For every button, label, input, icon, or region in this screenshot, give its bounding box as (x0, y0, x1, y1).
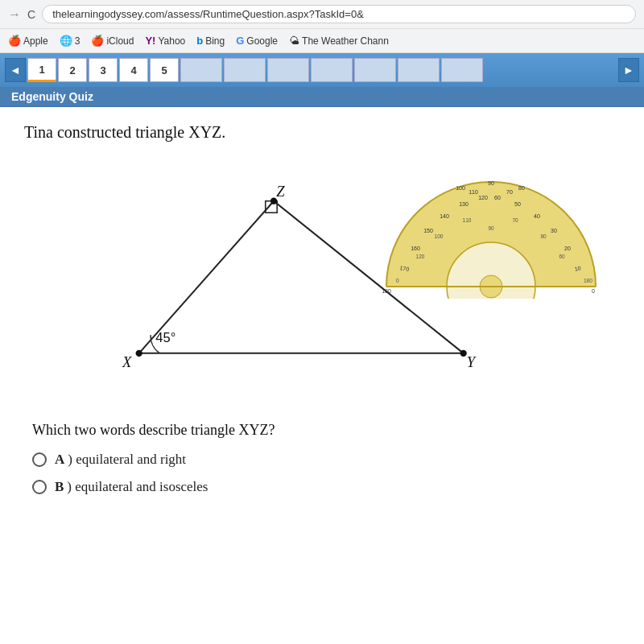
svg-text:90: 90 (488, 225, 494, 231)
svg-text:60: 60 (494, 195, 501, 200)
bookmark-3[interactable]: 🌐 3 (60, 35, 80, 47)
question-tab-2[interactable]: 2 (58, 58, 87, 82)
svg-text:10: 10 (574, 265, 581, 271)
option-b-text: equilateral and isosceles (75, 479, 208, 494)
svg-text:180: 180 (584, 278, 592, 283)
question-tab-empty4 (311, 58, 353, 82)
option-a-letter: A (55, 452, 64, 467)
bookmark-icloud-label: iCloud (106, 35, 134, 47)
svg-text:60: 60 (559, 254, 565, 259)
svg-text:Y: Y (467, 353, 477, 370)
svg-text:45°: 45° (155, 330, 175, 345)
svg-text:30: 30 (551, 228, 557, 233)
svg-text:80: 80 (518, 185, 525, 191)
refresh-button[interactable]: C (27, 8, 35, 21)
svg-text:180: 180 (382, 288, 391, 294)
main-content: Tina constructed triangle XYZ. X Y Z 45° (0, 107, 644, 522)
question-tab-empty7 (441, 58, 483, 82)
question-tab-3[interactable]: 3 (89, 58, 118, 82)
svg-text:130: 130 (459, 201, 469, 207)
bookmark-yahoo-label: Yahoo (158, 35, 185, 47)
question-tab-empty3 (267, 58, 309, 82)
bookmark-icloud[interactable]: 🍎 iCloud (91, 35, 134, 47)
question-tab-empty (180, 58, 222, 82)
svg-point-9 (270, 198, 277, 204)
svg-text:120: 120 (478, 195, 488, 200)
svg-text:100: 100 (435, 233, 444, 239)
svg-text:110: 110 (469, 189, 478, 195)
diagram-area: X Y Z 45° (24, 158, 620, 407)
answer-label-b: B) equilateral and isosceles (55, 479, 208, 495)
which-words-text: Which two words describe triangle XYZ? (32, 422, 612, 439)
question-text: Tina constructed triangle XYZ. (24, 123, 620, 142)
bing-icon: b (196, 35, 203, 47)
svg-text:110: 110 (463, 217, 472, 223)
svg-text:20: 20 (564, 246, 571, 251)
weather-icon: 🌤 (289, 35, 299, 47)
answer-option-b[interactable]: B) equilateral and isosceles (32, 479, 612, 495)
svg-point-7 (460, 350, 467, 357)
question-tab-empty2 (224, 58, 266, 82)
question-tab-1[interactable]: 1 (27, 58, 56, 82)
apple-icon: 🍎 (8, 35, 21, 47)
radio-b[interactable] (32, 480, 47, 494)
answer-option-a[interactable]: A) equilateral and right (32, 452, 612, 468)
svg-point-5 (136, 350, 142, 357)
bookmark-weather-label: The Weather Chann (302, 35, 389, 47)
svg-text:100: 100 (456, 185, 465, 191)
answer-label-a: A) equilateral and right (55, 452, 186, 468)
svg-text:40: 40 (534, 213, 540, 219)
option-a-text: equilateral and right (76, 452, 186, 467)
bookmarks-bar: 🍎 Apple 🌐 3 🍎 iCloud Y! Yahoo b Bing G G… (0, 29, 644, 53)
svg-text:X: X (122, 353, 132, 370)
bookmark-yahoo[interactable]: Y! Yahoo (145, 35, 185, 47)
svg-text:70: 70 (512, 217, 518, 223)
question-tab-5[interactable]: 5 (150, 58, 179, 82)
option-b-letter: B (55, 479, 64, 494)
svg-text:140: 140 (440, 213, 449, 219)
globe-icon: 🌐 (60, 35, 72, 47)
bookmark-google[interactable]: G Google (236, 35, 278, 47)
google-icon: G (236, 35, 244, 47)
question-tabs: 1 2 3 4 5 (27, 58, 617, 82)
nav-prev-button[interactable]: ◄ (5, 58, 26, 82)
icloud-icon: 🍎 (91, 35, 104, 47)
radio-a[interactable] (32, 452, 47, 467)
browser-bar: → C thelearningodyssey.com/assess/Runtim… (0, 0, 644, 29)
bookmark-bing-label: Bing (205, 35, 225, 47)
quiz-label: Edgenuity Quiz (0, 87, 644, 107)
svg-text:150: 150 (423, 228, 433, 233)
question-tab-empty6 (398, 58, 440, 82)
protractor: 0 180 10 170 20 160 30 150 40 140 50 130… (378, 174, 604, 303)
yahoo-icon: Y! (145, 35, 155, 47)
svg-text:160: 160 (411, 246, 420, 251)
answer-section: Which two words describe triangle XYZ? A… (24, 422, 620, 495)
address-bar[interactable]: thelearningodyssey.com/assess/RuntimeQue… (42, 5, 636, 23)
svg-text:50: 50 (514, 201, 521, 207)
bookmark-apple[interactable]: 🍎 Apple (8, 35, 48, 47)
bookmark-bing[interactable]: b Bing (196, 35, 225, 47)
question-nav: ◄ 1 2 3 4 5 ► (0, 53, 644, 87)
svg-text:70: 70 (506, 189, 513, 195)
back-button[interactable]: → (8, 7, 21, 22)
svg-text:90: 90 (488, 180, 494, 186)
question-tab-4[interactable]: 4 (119, 58, 148, 82)
svg-text:80: 80 (540, 233, 547, 239)
svg-text:0: 0 (396, 278, 399, 283)
question-tab-empty5 (354, 58, 396, 82)
bookmark-google-label: Google (246, 35, 278, 47)
svg-text:0: 0 (592, 288, 595, 294)
svg-text:120: 120 (416, 254, 425, 259)
nav-next-button[interactable]: ► (618, 58, 639, 82)
bookmark-3-label: 3 (75, 35, 80, 47)
bookmark-apple-label: Apple (23, 35, 48, 47)
svg-text:Z: Z (276, 183, 285, 200)
bookmark-weather[interactable]: 🌤 The Weather Chann (289, 35, 389, 47)
